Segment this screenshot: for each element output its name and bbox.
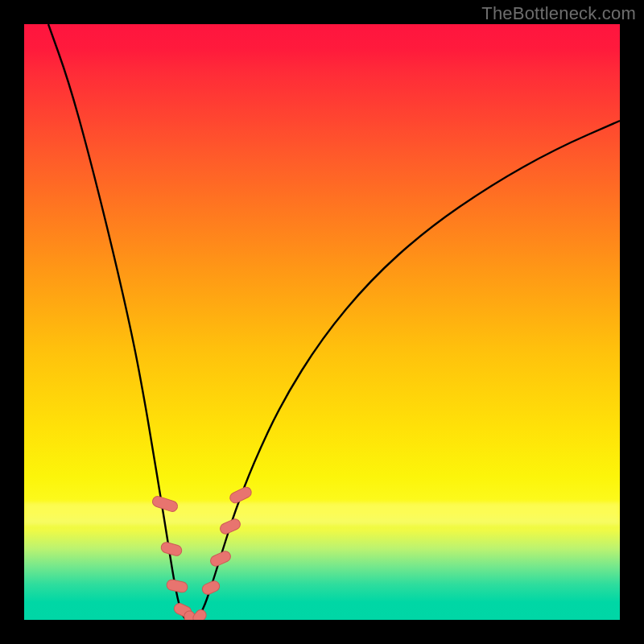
curve-marker — [166, 579, 188, 593]
curve-layer — [24, 24, 620, 620]
chart-frame: TheBottleneck.com — [0, 0, 644, 644]
curve-marker — [200, 580, 221, 597]
curve-marker — [229, 485, 254, 505]
curve-marker — [218, 518, 242, 535]
curve-marker — [160, 541, 184, 557]
curve-marker — [208, 550, 232, 568]
plot-area — [24, 24, 620, 620]
curve-marker — [151, 495, 179, 513]
bottleneck-curve — [48, 24, 620, 620]
watermark-text: TheBottleneck.com — [481, 3, 636, 24]
